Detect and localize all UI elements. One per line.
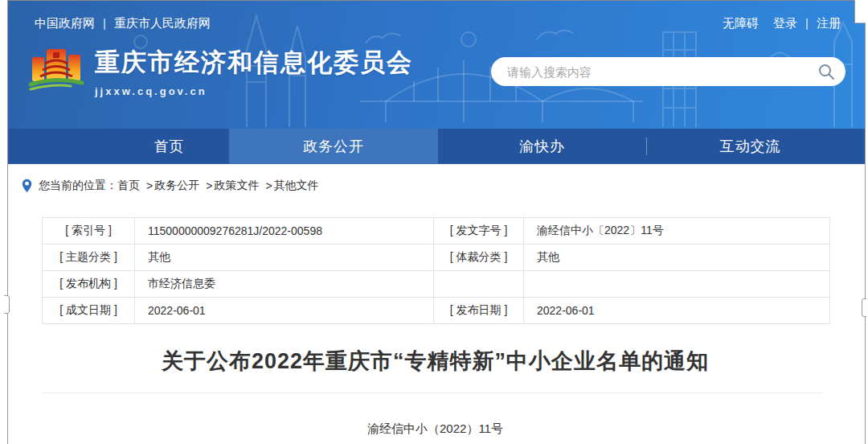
breadcrumb-item-other-files[interactable]: 其他文件 bbox=[274, 179, 319, 193]
site-identity: 重庆市经济和信息化委员会 jjxxw.cq.gov.cn bbox=[95, 46, 413, 97]
meta-value-publish-date: 2022-06-01 bbox=[524, 298, 830, 324]
meta-label-genre-class: [ 体裁分类 ] bbox=[434, 245, 524, 271]
site-logo-icon[interactable] bbox=[29, 44, 84, 99]
breadcrumb-separator: > bbox=[206, 179, 212, 192]
breadcrumb-item-home[interactable]: 首页 bbox=[117, 179, 140, 193]
meta-row: [ 主题分类 ] 其他 [ 体裁分类 ] 其他 bbox=[43, 245, 830, 271]
meta-label-publisher: [ 发布机构 ] bbox=[43, 271, 135, 298]
site-url: jjxxw.cq.gov.cn bbox=[95, 85, 413, 97]
breadcrumb-prefix: 您当前的位置： bbox=[39, 179, 117, 193]
breadcrumb: 您当前的位置： 首页 > 政务公开 > 政策文件 > 其他文件 bbox=[4, 164, 866, 196]
left-edge-handle bbox=[0, 295, 10, 314]
login-link[interactable]: 登录 bbox=[773, 16, 797, 30]
nav-item-interaction[interactable]: 互动交流 bbox=[646, 129, 854, 164]
gov-links: 中国政府网|重庆市人民政府网 bbox=[35, 16, 211, 31]
article-doc-number: 渝经信中小（2022）11号 bbox=[4, 421, 866, 437]
breadcrumb-separator: > bbox=[146, 179, 153, 192]
nav-item-public-affairs[interactable]: 政务公开 bbox=[229, 129, 438, 164]
breadcrumb-item-policy-files[interactable]: 政策文件 bbox=[214, 179, 259, 193]
meta-label-empty bbox=[434, 271, 524, 298]
top-utility-bar: 中国政府网|重庆市人民政府网 无障碍登录|注册 bbox=[8, 0, 865, 31]
title-divider bbox=[42, 393, 822, 393]
meta-label-index-no: [ 索引号 ] bbox=[43, 218, 135, 245]
accessibility-link[interactable]: 无障碍 bbox=[723, 16, 759, 30]
register-link[interactable]: 注册 bbox=[817, 16, 841, 30]
right-edge-handle bbox=[862, 298, 868, 317]
meta-value-index-no: 11500000009276281J/2022-00598 bbox=[135, 218, 434, 245]
meta-row: [ 发布机构 ] 市经济信息委 bbox=[43, 271, 830, 298]
search-box bbox=[491, 57, 845, 86]
main-nav: 首页 政务公开 渝快办 互动交流 bbox=[8, 129, 865, 164]
meta-row: [ 成文日期 ] 2022-06-01 [ 发布日期 ] 2022-06-01 bbox=[43, 298, 830, 324]
topbar-divider: | bbox=[103, 16, 106, 30]
meta-value-genre-class: 其他 bbox=[524, 245, 830, 271]
article-title: 关于公布2022年重庆市“专精特新”中小企业名单的通知 bbox=[4, 347, 866, 376]
meta-value-empty bbox=[524, 271, 830, 298]
site-header: 中国政府网|重庆市人民政府网 无障碍登录|注册 bbox=[8, 0, 865, 129]
topbar-divider: | bbox=[805, 16, 809, 30]
china-gov-link[interactable]: 中国政府网 bbox=[35, 16, 95, 30]
account-links: 无障碍登录|注册 bbox=[723, 16, 841, 31]
meta-row: [ 索引号 ] 11500000009276281J/2022-00598 [ … bbox=[43, 218, 830, 245]
nav-item-yukuaiban[interactable]: 渝快办 bbox=[438, 129, 646, 164]
nav-item-home[interactable]: 首页 bbox=[21, 129, 229, 164]
scrollbar-corner-notch bbox=[854, 0, 866, 23]
breadcrumb-item-public-affairs[interactable]: 政务公开 bbox=[154, 179, 199, 193]
meta-value-doc-no: 渝经信中小〔2022〕11号 bbox=[524, 218, 830, 245]
page: 中国政府网|重庆市人民政府网 无障碍登录|注册 bbox=[0, 0, 868, 444]
meta-label-topic-class: [ 主题分类 ] bbox=[43, 245, 135, 271]
search-input[interactable] bbox=[491, 57, 845, 86]
location-pin-icon bbox=[22, 179, 32, 193]
meta-label-doc-no: [ 发文字号 ] bbox=[434, 218, 524, 245]
doc-meta-table: [ 索引号 ] 11500000009276281J/2022-00598 [ … bbox=[42, 217, 830, 324]
search-icon[interactable] bbox=[817, 63, 835, 80]
site-title: 重庆市经济和信息化委员会 bbox=[95, 46, 413, 80]
banner: 重庆市经济和信息化委员会 jjxxw.cq.gov.cn bbox=[29, 44, 845, 99]
meta-label-written-date: [ 成文日期 ] bbox=[43, 298, 135, 324]
meta-value-written-date: 2022-06-01 bbox=[135, 298, 434, 324]
cq-gov-link[interactable]: 重庆市人民政府网 bbox=[114, 16, 211, 30]
breadcrumb-separator: > bbox=[265, 179, 272, 192]
meta-label-publish-date: [ 发布日期 ] bbox=[434, 298, 524, 324]
meta-value-topic-class: 其他 bbox=[135, 245, 434, 271]
meta-value-publisher: 市经济信息委 bbox=[135, 271, 434, 298]
